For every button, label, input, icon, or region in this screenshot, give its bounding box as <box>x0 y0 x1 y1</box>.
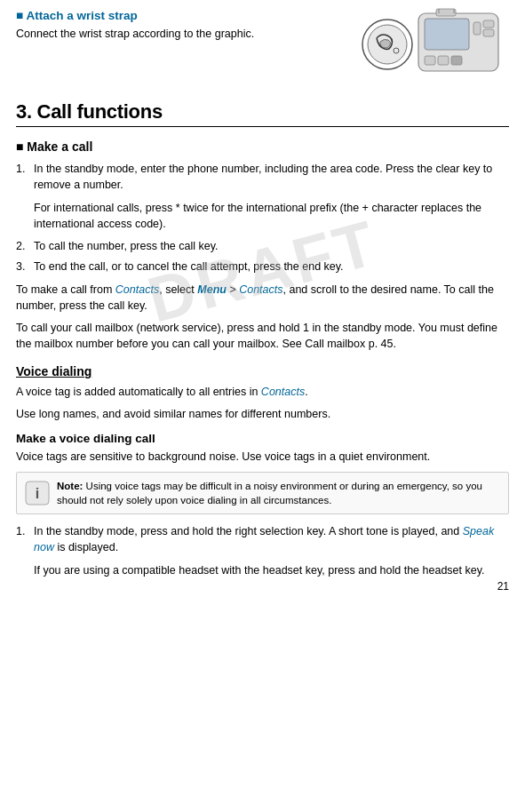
step-number: 1. <box>16 523 34 539</box>
note-box: i Note: Using voice tags may be difficul… <box>16 472 509 514</box>
make-voice-call-title: Make a voice dialing call <box>16 432 509 445</box>
step-number: 2. <box>16 238 34 254</box>
indented-para: For international calls, press * twice f… <box>34 200 509 232</box>
mailbox-para: To call your call mailbox (network servi… <box>16 320 509 352</box>
step-number: 1. <box>16 161 34 177</box>
page-number: 21 <box>497 580 509 593</box>
device-illustration <box>358 4 509 84</box>
headset-para: If you are using a compatible headset wi… <box>34 562 509 578</box>
voice-call-steps: 1. In the standby mode, press and hold t… <box>16 523 509 555</box>
voice-dialing-title: Voice dialing <box>16 364 509 378</box>
contacts-link-3[interactable]: Contacts <box>261 386 305 398</box>
step-number: 3. <box>16 259 34 275</box>
svg-text:i: i <box>36 486 39 501</box>
wrist-strap-text: Attach a wrist strap Connect the wrist s… <box>16 9 358 42</box>
list-item: 1. In the standby mode, press and hold t… <box>16 523 509 555</box>
note-icon: i <box>25 481 50 506</box>
make-call-title: Make a call <box>16 139 509 154</box>
contacts-link-2[interactable]: Contacts <box>239 283 282 296</box>
svg-rect-4 <box>425 19 469 50</box>
svg-rect-8 <box>425 56 435 65</box>
svg-rect-7 <box>483 29 494 36</box>
make-call-steps-2: 2. To call the number, press the call ke… <box>16 238 509 275</box>
make-call-steps: 1. In the standby mode, enter the phone … <box>16 161 509 193</box>
voice-dialing-section: Voice dialing A voice tag is added autom… <box>16 364 509 422</box>
note-text: Note: Using voice tags may be difficult … <box>57 479 500 507</box>
device-svg <box>361 4 507 84</box>
step-text: In the standby mode, enter the phone num… <box>34 161 509 193</box>
step-text: To end the call, or to cancel the call a… <box>34 259 509 275</box>
wrist-strap-section: Attach a wrist strap Connect the wrist s… <box>16 9 509 84</box>
make-call-section: Make a call 1. In the standby mode, ente… <box>16 139 509 352</box>
menu-link[interactable]: Menu <box>197 283 227 296</box>
svg-rect-9 <box>438 56 449 65</box>
voice-dialing-para1: A voice tag is added automatically to al… <box>16 384 509 400</box>
voice-dialing-para2: Use long names, and avoid similar names … <box>16 406 509 422</box>
note-label: Note: <box>57 481 83 491</box>
contacts-link-1[interactable]: Contacts <box>115 283 159 296</box>
chapter-title: 3. Call functions <box>16 100 509 123</box>
svg-rect-6 <box>483 20 494 28</box>
chapter-heading: 3. Call functions <box>16 100 509 127</box>
svg-rect-10 <box>451 56 462 65</box>
list-item: 3. To end the call, or to cancel the cal… <box>16 259 509 275</box>
wrist-strap-title: Attach a wrist strap <box>16 9 349 22</box>
list-item: 2. To call the number, press the call ke… <box>16 238 509 254</box>
wrist-strap-body: Connect the wrist strap according to the… <box>16 26 349 42</box>
svg-rect-5 <box>473 22 481 35</box>
voice-call-intro: Voice tags are sensitive to background n… <box>16 449 509 465</box>
page-wrapper: DRAFT Attach a wrist strap Connect the w… <box>0 0 525 601</box>
step-text: In the standby mode, press and hold the … <box>34 523 509 555</box>
step-text: To call the number, press the call key. <box>34 238 509 254</box>
note-body: Using voice tags may be difficult in a n… <box>57 481 482 506</box>
make-voice-call-section: Make a voice dialing call Voice tags are… <box>16 432 509 579</box>
contacts-para: To make a call from Contacts, select Men… <box>16 282 509 314</box>
list-item: 1. In the standby mode, enter the phone … <box>16 161 509 193</box>
